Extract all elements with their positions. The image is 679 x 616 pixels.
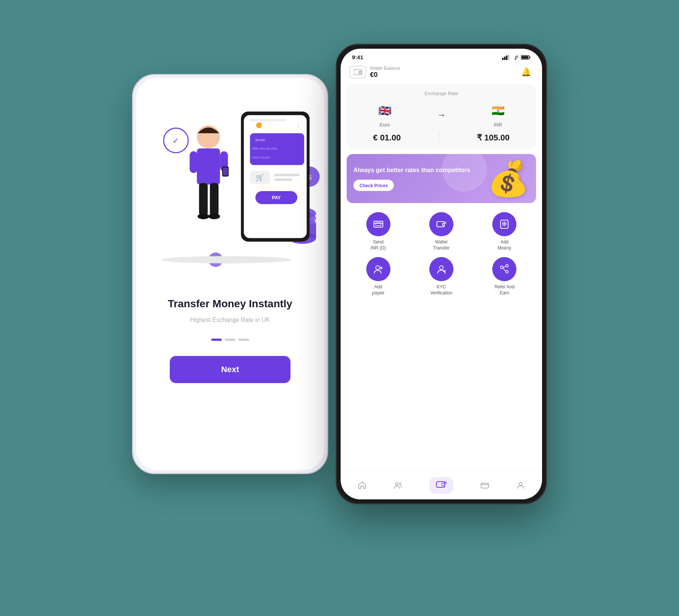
- wallet-label: Wallet Balance: [370, 66, 400, 71]
- phone-back: ✓ $ $: [132, 74, 328, 474]
- send-inr-label: SendINR (D): [370, 239, 386, 251]
- refer-earn-icon: [492, 257, 516, 281]
- nav-people[interactable]: [393, 481, 402, 490]
- svg-rect-38: [502, 58, 504, 60]
- banner-title: Always get better rates than competitors: [353, 166, 487, 174]
- signal-icon: [502, 55, 510, 60]
- svg-point-42: [515, 59, 516, 60]
- actions-grid: SendINR (D) WalletTransfer: [341, 209, 542, 302]
- action-send-inr[interactable]: SendINR (D): [348, 212, 408, 251]
- svg-point-56: [376, 266, 379, 270]
- svg-point-57: [439, 266, 443, 270]
- check-prices-label: Check Prices: [359, 183, 388, 188]
- svg-rect-39: [504, 57, 505, 60]
- exchange-title: Exchange Rate: [354, 91, 528, 96]
- to-name: INR: [494, 122, 502, 128]
- to-currency: 🇮🇳 INR: [489, 102, 507, 128]
- app-header: Wallet Balance €0 🔔: [341, 62, 542, 85]
- action-add-money[interactable]: AddMoeny: [475, 212, 535, 251]
- from-flag: 🇬🇧: [376, 102, 394, 120]
- svg-rect-33: [199, 183, 208, 216]
- svg-point-35: [198, 214, 209, 219]
- phones-container: ✓ $ $: [132, 44, 547, 572]
- svg-rect-29: [190, 151, 198, 173]
- home-icon: [358, 481, 367, 490]
- rate-divider: [439, 132, 439, 143]
- check-prices-button[interactable]: Check Prices: [353, 180, 394, 191]
- next-button[interactable]: Next: [170, 356, 290, 383]
- onboarding-content: Transfer Money Instantly Highest Exchang…: [153, 290, 307, 470]
- phone-back-screen: ✓ $ $: [136, 78, 324, 470]
- svg-rect-63: [436, 482, 445, 487]
- nav-home[interactable]: [358, 481, 367, 490]
- wallet-amount: €0: [370, 71, 400, 79]
- wallet-icon: [350, 66, 366, 79]
- add-payee-label: Addpayee: [372, 284, 384, 296]
- svg-point-53: [442, 224, 444, 225]
- svg-rect-40: [506, 55, 507, 60]
- dot-3: [238, 339, 249, 341]
- nav-profile[interactable]: [516, 481, 525, 490]
- kyc-icon: [429, 257, 453, 281]
- dot-1: [211, 339, 222, 341]
- svg-rect-26: [250, 119, 286, 122]
- svg-rect-22: [274, 174, 300, 176]
- to-rate: ₹ 105.00: [477, 133, 510, 143]
- add-payee-icon: [366, 257, 390, 281]
- svg-rect-50: [376, 223, 381, 226]
- wallet-info: Wallet Balance €0: [350, 66, 400, 79]
- action-wallet-transfer[interactable]: WalletTransfer: [411, 212, 471, 251]
- svg-text:🛒: 🛒: [256, 174, 264, 182]
- kyc-label: KYCVerification: [430, 284, 453, 296]
- promo-banner: Always get better rates than competitors…: [347, 154, 536, 203]
- onboarding-illustration: ✓ $ $: [136, 78, 324, 290]
- svg-rect-28: [197, 148, 220, 185]
- action-kyc[interactable]: KYCVerification: [411, 257, 471, 296]
- banner-text: Always get better rates than competitors…: [353, 166, 487, 191]
- send-inr-icon: [366, 212, 390, 236]
- wallet-text: Wallet Balance €0: [370, 66, 400, 79]
- svg-rect-23: [274, 179, 292, 181]
- to-flag: 🇮🇳: [489, 102, 507, 120]
- dot-2: [225, 339, 235, 341]
- next-button-label: Next: [221, 365, 239, 374]
- wallet-transfer-icon: [429, 212, 453, 236]
- svg-point-14: [256, 122, 262, 128]
- add-money-icon: [492, 212, 516, 236]
- svg-point-66: [519, 482, 522, 485]
- svg-rect-44: [529, 57, 530, 58]
- svg-rect-64: [442, 483, 445, 486]
- action-add-payee[interactable]: Addpayee: [348, 257, 408, 296]
- refer-earn-label: Refer AndEarn: [495, 284, 515, 296]
- battery-icon: [521, 55, 531, 60]
- svg-point-36: [209, 214, 220, 219]
- svg-rect-45: [522, 56, 528, 59]
- svg-rect-34: [210, 183, 218, 216]
- wifi-icon: [512, 55, 519, 60]
- wallet-transfer-label: WalletTransfer: [433, 239, 450, 251]
- svg-rect-49: [374, 221, 383, 227]
- nav-cards[interactable]: [480, 481, 489, 490]
- transfer-icon: [436, 480, 447, 489]
- svg-text:4356  xxxx  xxx  1342: 4356 xxxx xxx 1342: [252, 147, 277, 150]
- svg-point-61: [396, 482, 398, 485]
- svg-rect-32: [223, 168, 228, 176]
- exchange-rate-card: Exchange Rate 🇬🇧 Euro → 🇮🇳 INR € 01.00: [347, 85, 536, 149]
- action-refer-earn[interactable]: Refer AndEarn: [475, 257, 535, 296]
- rate-row: € 01.00 ₹ 105.00: [354, 132, 528, 143]
- phone-front-screen: 9:41: [341, 49, 542, 499]
- status-icons: [502, 55, 531, 60]
- status-bar: 9:41: [341, 49, 542, 62]
- add-money-label: AddMoeny: [498, 239, 511, 251]
- onboard-subtitle: Highest Exchange Rate in UK: [190, 317, 270, 323]
- nav-transfer[interactable]: [429, 477, 453, 494]
- status-time: 9:41: [352, 54, 363, 60]
- svg-rect-65: [481, 483, 489, 488]
- svg-text:PAY: PAY: [272, 195, 281, 200]
- svg-rect-41: [508, 55, 509, 60]
- banner-image: 💰: [487, 162, 529, 196]
- bottom-nav: [341, 471, 542, 499]
- profile-icon: [516, 481, 525, 490]
- notification-bell[interactable]: 🔔: [519, 65, 533, 79]
- exchange-row: 🇬🇧 Euro → 🇮🇳 INR: [354, 102, 528, 128]
